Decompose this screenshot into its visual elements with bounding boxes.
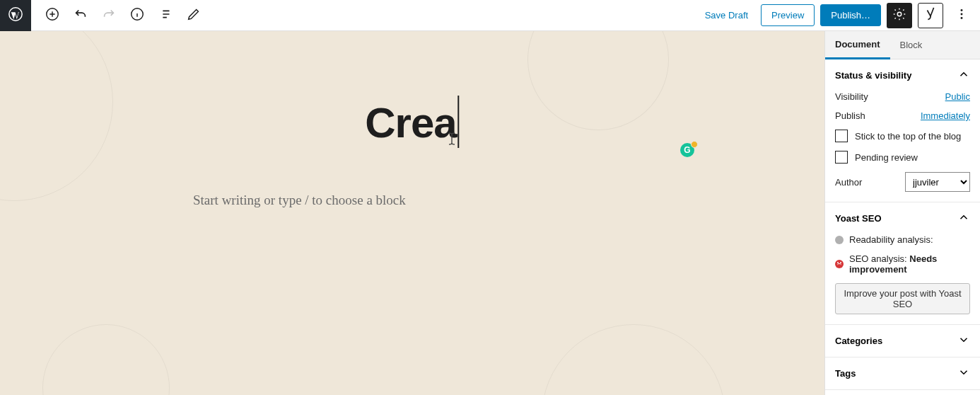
list-outline-icon xyxy=(158,6,173,24)
svg-point-6 xyxy=(961,17,963,19)
undo-icon xyxy=(73,6,88,24)
section-toggle-status[interactable]: Status & visibility xyxy=(825,59,980,91)
stick-label: Stick to the top of the blog xyxy=(855,131,961,142)
section-toggle-tags[interactable]: Tags xyxy=(825,357,980,389)
section-toggle-seo[interactable]: Yoast SEO xyxy=(825,202,980,234)
grammarly-alert-dot xyxy=(691,141,698,148)
publish-button[interactable]: Publish… xyxy=(820,4,881,26)
decorative-line xyxy=(0,31,113,201)
author-select[interactable]: jjuviler xyxy=(905,172,970,192)
seo-analysis-label: SEO analysis: xyxy=(849,253,907,264)
redo-icon xyxy=(101,6,117,24)
visibility-row: Visibility Public xyxy=(835,91,970,102)
decorative-line xyxy=(42,324,170,395)
yoast-icon xyxy=(923,6,938,24)
section-heading: Categories xyxy=(835,336,882,346)
more-options-button[interactable] xyxy=(949,3,974,28)
svg-point-4 xyxy=(961,9,963,11)
section-heading: Yoast SEO xyxy=(835,213,882,224)
settings-button[interactable] xyxy=(887,3,912,28)
preview-button[interactable]: Preview xyxy=(761,4,815,26)
chevron-down-icon xyxy=(957,366,970,381)
svg-point-5 xyxy=(961,13,963,16)
sidebar-tabs: Document Block xyxy=(825,31,980,59)
redo-button[interactable] xyxy=(96,3,122,28)
info-button[interactable] xyxy=(124,3,150,28)
settings-sidebar: Document Block Status & visibility Visib… xyxy=(824,31,980,395)
pending-label: Pending review xyxy=(855,152,918,163)
improve-seo-button[interactable]: Improve your post with Yoast SEO xyxy=(835,283,970,314)
checkbox-box-icon xyxy=(835,151,848,164)
section-featured-image: Featured image xyxy=(825,390,980,395)
publish-label: Publish xyxy=(835,110,865,121)
tab-document[interactable]: Document xyxy=(825,32,890,59)
section-yoast-seo: Yoast SEO Readability analysis: SEO anal… xyxy=(825,202,980,325)
yoast-button[interactable] xyxy=(918,3,943,28)
seo-analysis-row[interactable]: SEO analysis: Needs improvement xyxy=(835,253,970,275)
author-label: Author xyxy=(835,177,862,188)
section-toggle-featured[interactable]: Featured image xyxy=(825,390,980,395)
section-heading: Tags xyxy=(835,368,856,379)
stick-to-top-checkbox[interactable]: Stick to the top of the blog xyxy=(835,130,970,142)
tab-block[interactable]: Block xyxy=(890,31,933,59)
decorative-line xyxy=(542,324,725,395)
info-icon xyxy=(129,6,145,24)
toolbar-right: Save Draft Preview Publish… xyxy=(698,3,980,28)
chevron-down-icon xyxy=(957,333,970,348)
post-title-text: Crea xyxy=(365,99,456,147)
section-toggle-categories[interactable]: Categories xyxy=(825,325,980,357)
plus-circle-icon xyxy=(45,6,60,24)
grammarly-badge[interactable]: G xyxy=(680,143,696,159)
editor-topbar: Save Draft Preview Publish… xyxy=(0,0,980,31)
author-row: Author jjuviler xyxy=(835,172,970,192)
editor-canvas[interactable]: Crea Start writing or type / to choose a… xyxy=(0,31,824,395)
more-vertical-icon xyxy=(954,6,969,24)
sidebar-close-button[interactable] xyxy=(955,33,980,58)
save-draft-button[interactable]: Save Draft xyxy=(698,6,755,25)
checkbox-box-icon xyxy=(835,130,848,142)
workspace: Crea Start writing or type / to choose a… xyxy=(0,31,980,395)
outline-button[interactable] xyxy=(153,3,178,28)
visibility-value-link[interactable]: Public xyxy=(945,91,970,102)
post-title-input[interactable]: Crea xyxy=(365,98,459,152)
gear-icon xyxy=(892,6,907,24)
status-dot-gray-icon xyxy=(835,236,844,244)
section-tags: Tags xyxy=(825,357,980,390)
visibility-label: Visibility xyxy=(835,91,868,102)
chevron-up-icon xyxy=(957,211,970,226)
publish-row: Publish Immediately xyxy=(835,110,970,121)
wp-home-button[interactable] xyxy=(0,0,31,31)
toolbar-left xyxy=(31,3,206,28)
status-dot-red-icon xyxy=(835,260,844,268)
publish-value-link[interactable]: Immediately xyxy=(921,110,970,121)
pencil-icon xyxy=(186,6,202,24)
section-status-visibility: Status & visibility Visibility Public Pu… xyxy=(825,59,980,202)
pending-review-checkbox[interactable]: Pending review xyxy=(835,151,970,164)
readability-row[interactable]: Readability analysis: xyxy=(835,234,970,245)
edit-mode-button[interactable] xyxy=(181,3,206,28)
text-caret xyxy=(458,96,460,148)
svg-point-3 xyxy=(897,12,902,16)
chevron-up-icon xyxy=(957,68,970,83)
wordpress-logo-icon xyxy=(8,6,23,25)
readability-label: Readability analysis: xyxy=(849,234,933,245)
block-placeholder[interactable]: Start writing or type / to choose a bloc… xyxy=(193,193,631,208)
section-heading: Status & visibility xyxy=(835,70,911,81)
decorative-line xyxy=(508,31,689,150)
add-block-button[interactable] xyxy=(40,3,65,28)
section-categories: Categories xyxy=(825,325,980,357)
undo-button[interactable] xyxy=(68,3,93,28)
